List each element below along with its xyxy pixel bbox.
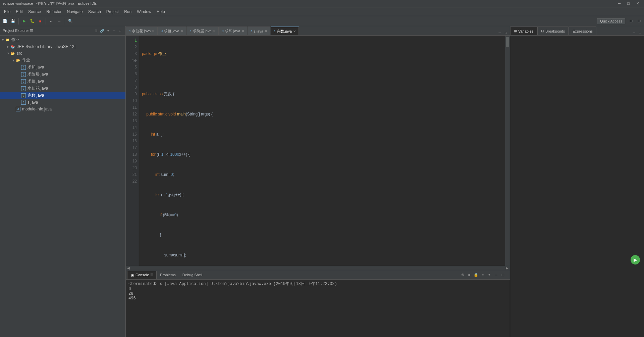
tree-item-project[interactable]: ▼ 📁 作业 <box>0 36 125 43</box>
back-button[interactable]: ← <box>48 17 55 25</box>
link-editor-button[interactable]: 🔗 <box>99 28 105 34</box>
minimize-panel-button[interactable]: ─ <box>111 28 117 34</box>
tab-variables[interactable]: ⊞ Variables <box>510 27 537 35</box>
menu-help[interactable]: Help <box>154 9 168 15</box>
tree-item-src[interactable]: ▼ 📂 src <box>0 50 125 57</box>
tree-item-jre[interactable]: ▶ 📚 JRE System Library [JavaSE-12] <box>0 43 125 50</box>
tab-debug-shell[interactable]: Debug Shell <box>179 271 206 279</box>
maximize-editor-button[interactable]: □ <box>503 30 508 35</box>
tab-expressions[interactable]: Expressions <box>569 27 596 35</box>
tree-item-shuixianhua[interactable]: J 水仙花.java <box>0 85 125 92</box>
console-toolbar: ⊗ ■ 🔒 ≡ ▾ ─ □ <box>460 272 508 278</box>
maximize-console-button[interactable]: □ <box>500 272 506 278</box>
menu-edit[interactable]: Edit <box>13 9 25 15</box>
code-line-11: sum=sum+j; <box>142 252 502 258</box>
tab-breakpoints[interactable]: ⊡ Breakpoints <box>537 27 569 35</box>
horizontal-scrollbar[interactable]: ◀ ▶ <box>126 266 510 270</box>
line-number-19: 19 <box>126 158 137 164</box>
tab-label: 完数.java <box>277 29 292 34</box>
right-panel: ⊞ Variables ⊡ Breakpoints Expressions ─ … <box>510 26 644 337</box>
code-content[interactable]: package 作业; public class 完数 { public sta… <box>139 36 505 266</box>
tab-qiuhe[interactable]: J 求和.java ✕ <box>219 27 247 35</box>
line-number-16: 16 <box>126 138 137 144</box>
tab-java-icon: J <box>222 30 224 33</box>
java-file-icon: J <box>21 93 26 98</box>
menu-project[interactable]: Project <box>104 9 121 15</box>
tree-item-wanshu[interactable]: J 完数.java <box>0 92 125 99</box>
maximize-panel-button[interactable]: □ <box>117 28 123 34</box>
menu-refactor[interactable]: Refactor <box>44 9 64 15</box>
maximize-right-button[interactable]: □ <box>637 30 643 35</box>
scroll-lock-button[interactable]: 🔒 <box>473 272 479 278</box>
sidebar-title: Project Explorer ☰ ⊟ 🔗 ▾ ─ □ <box>0 26 125 36</box>
quick-access-button[interactable]: Quick Access <box>597 18 625 24</box>
menu-search[interactable]: Search <box>86 9 104 15</box>
tree-item-package[interactable]: ▼ 📂 作业 <box>0 57 125 64</box>
tab-close-button[interactable]: ✕ <box>181 29 183 33</box>
collapse-all-button[interactable]: ⊟ <box>93 28 99 34</box>
minimize-editor-button[interactable]: ─ <box>497 30 502 35</box>
tree-item-qiuzhi[interactable]: J 求值.java <box>0 78 125 85</box>
tab-close-button[interactable]: ✕ <box>152 29 155 33</box>
run-button[interactable]: ▶ <box>20 17 28 25</box>
src-label: src <box>17 51 22 56</box>
tab-s[interactable]: J s.java ✕ <box>248 27 270 35</box>
menu-window[interactable]: Window <box>134 9 154 15</box>
stop-button[interactable]: ■ <box>37 17 44 25</box>
sidebar-menu-button[interactable]: ▾ <box>105 28 111 34</box>
qiujiecheng-label: 求阶层.java <box>28 71 48 77</box>
tab-problems[interactable]: Problems <box>157 271 179 279</box>
tab-console[interactable]: ▣ Console ☰ <box>127 271 157 279</box>
line-number-4: 4◆ <box>126 57 137 64</box>
scroll-right-button[interactable]: ▶ <box>504 266 510 270</box>
wanshu-label: 完数.java <box>28 93 44 98</box>
minimize-button[interactable]: ─ <box>616 1 623 6</box>
tab-qiuzhi[interactable]: J 求值.java ✕ <box>158 27 186 35</box>
tree-item-qiujiecheng[interactable]: J 求阶层.java <box>0 71 125 78</box>
menu-navigate[interactable]: Navigate <box>64 9 85 15</box>
forward-button[interactable]: → <box>56 17 63 25</box>
maximize-button[interactable]: □ <box>625 1 632 6</box>
green-btn-icon: ▶ <box>634 257 637 262</box>
code-editor-wrapper: 1 2 3 4◆ 5 6 7 8 9 10 11 12 13 14 <box>126 36 510 270</box>
tab-close-button[interactable]: ✕ <box>213 29 216 33</box>
scrollbar-thumb[interactable] <box>506 37 509 47</box>
clear-console-button[interactable]: ⊗ <box>460 272 466 278</box>
tab-shuixianhua[interactable]: J 水仙花.java ✕ <box>126 27 158 35</box>
console-menu-button[interactable]: ▾ <box>486 272 492 278</box>
arrow-icon: ▼ <box>7 52 10 55</box>
save-button[interactable]: 💾 <box>9 17 17 25</box>
tree-item-s[interactable]: J s.java <box>0 99 125 106</box>
tab-close-button[interactable]: ✕ <box>241 29 244 33</box>
tree-item-moduleinfo[interactable]: J module-info.java <box>0 106 125 112</box>
green-circle-button[interactable]: ▶ <box>631 255 640 264</box>
toolbar-separator-1 <box>18 18 19 25</box>
package-icon: 📂 <box>15 58 21 63</box>
line-number-17: 17 <box>126 144 137 151</box>
menu-source[interactable]: Source <box>25 9 44 15</box>
tab-close-button[interactable]: ✕ <box>265 29 267 33</box>
vertical-scrollbar[interactable] <box>505 36 510 266</box>
expressions-label: Expressions <box>573 29 593 33</box>
minimize-console-button[interactable]: ─ <box>493 272 499 278</box>
tree-item-qiuhe[interactable]: J 求和.java <box>0 64 125 71</box>
menu-run[interactable]: Run <box>121 9 134 15</box>
word-wrap-button[interactable]: ≡ <box>480 272 486 278</box>
open-perspective-button[interactable]: ⊡ <box>635 17 643 25</box>
tab-close-button[interactable]: ✕ <box>293 30 296 33</box>
console-content: <terminated> s [Java Application] D:\tom… <box>126 280 510 337</box>
scroll-left-button[interactable]: ◀ <box>126 266 131 270</box>
stop-console-button[interactable]: ■ <box>466 272 472 278</box>
minimize-right-button[interactable]: ─ <box>631 30 637 35</box>
code-editor[interactable]: 1 2 3 4◆ 5 6 7 8 9 10 11 12 13 14 <box>126 36 510 266</box>
project-explorer-label: Project Explorer ☰ <box>3 29 33 33</box>
menu-file[interactable]: File <box>1 9 13 15</box>
line-number-11: 11 <box>126 104 137 111</box>
tab-qiujiecheng[interactable]: J 求阶层.java ✕ <box>187 27 219 35</box>
new-button[interactable]: 📄 <box>1 17 9 25</box>
tab-wanshu[interactable]: J 完数.java ✕ <box>271 27 299 35</box>
debug-button[interactable]: 🐛 <box>29 17 36 25</box>
close-button[interactable]: ✕ <box>634 1 641 6</box>
perspective-button[interactable]: ⊞ <box>627 17 635 25</box>
search-toolbar-button[interactable]: 🔍 <box>67 17 74 25</box>
